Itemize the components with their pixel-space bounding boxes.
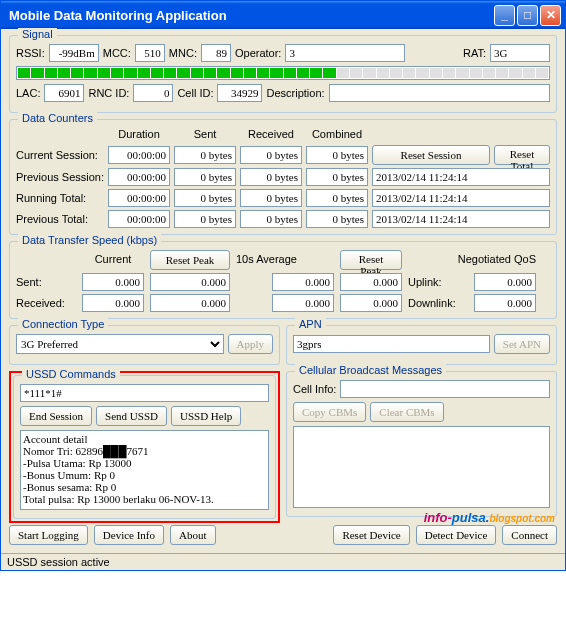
mcc-field[interactable] xyxy=(135,44,165,62)
prev-total-ts xyxy=(372,210,550,228)
signal-group: Signal RSSI: MCC: MNC: Operator: RAT: LA… xyxy=(9,35,557,113)
rat-field[interactable] xyxy=(490,44,550,62)
ussd-result[interactable]: Account detail Nomor Tri: 62896███7671 -… xyxy=(20,430,269,510)
reset-peak-button-1[interactable]: Reset Peak xyxy=(150,250,230,270)
about-button[interactable]: About xyxy=(170,525,216,545)
prev-session-ts xyxy=(372,168,550,186)
ussd-help-button[interactable]: USSD Help xyxy=(171,406,241,426)
cur-sent xyxy=(174,146,236,164)
end-session-button[interactable]: End Session xyxy=(20,406,92,426)
rnc-field[interactable] xyxy=(133,84,173,102)
send-ussd-button[interactable]: Send USSD xyxy=(96,406,167,426)
connect-button[interactable]: Connect xyxy=(502,525,557,545)
description-field[interactable] xyxy=(329,84,550,102)
cur-recv xyxy=(240,146,302,164)
connection-type-group: Connection Type 3G Preferred Apply xyxy=(9,325,280,365)
connection-type-select[interactable]: 3G Preferred xyxy=(16,334,224,354)
operator-field[interactable] xyxy=(285,44,405,62)
apn-field[interactable] xyxy=(293,335,490,353)
signal-strength-bar xyxy=(16,66,550,80)
reset-peak-button-2[interactable]: Reset Peak xyxy=(340,250,402,270)
start-logging-button[interactable]: Start Logging xyxy=(9,525,88,545)
copy-cbms-button[interactable]: Copy CBMs xyxy=(293,402,366,422)
cur-comb xyxy=(306,146,368,164)
statusbar: USSD session active xyxy=(1,553,565,570)
close-button[interactable]: ✕ xyxy=(540,5,561,26)
set-apn-button[interactable]: Set APN xyxy=(494,334,550,354)
minimize-button[interactable]: _ xyxy=(494,5,515,26)
ussd-input[interactable] xyxy=(20,384,269,402)
mnc-field[interactable] xyxy=(201,44,231,62)
uplink-field xyxy=(474,273,536,291)
titlebar: Mobile Data Monitoring Application _ □ ✕ xyxy=(1,1,565,29)
lac-field[interactable] xyxy=(44,84,84,102)
rssi-field[interactable] xyxy=(49,44,99,62)
running-ts xyxy=(372,189,550,207)
apn-group: APN Set APN xyxy=(286,325,557,365)
apply-button[interactable]: Apply xyxy=(228,334,274,354)
window-title: Mobile Data Monitoring Application xyxy=(5,8,494,23)
cur-dur xyxy=(108,146,170,164)
cellinfo-field[interactable] xyxy=(340,380,550,398)
downlink-field xyxy=(474,294,536,312)
detect-device-button[interactable]: Detect Device xyxy=(416,525,497,545)
cbm-group: Cellular Broadcast Messages Cell Info: C… xyxy=(286,371,557,517)
counters-group: Data Counters Duration Sent Received Com… xyxy=(9,119,557,235)
watermark: info-pulsa.blogspot.com xyxy=(424,510,555,525)
reset-device-button[interactable]: Reset Device xyxy=(333,525,409,545)
maximize-button[interactable]: □ xyxy=(517,5,538,26)
cellid-field[interactable] xyxy=(217,84,262,102)
clear-cbms-button[interactable]: Clear CBMs xyxy=(370,402,443,422)
cbm-textarea[interactable] xyxy=(293,426,550,508)
reset-total-button[interactable]: Reset Total xyxy=(494,145,550,165)
reset-session-button[interactable]: Reset Session xyxy=(372,145,490,165)
speed-group: Data Transfer Speed (kbps) Current Reset… xyxy=(9,241,557,319)
device-info-button[interactable]: Device Info xyxy=(94,525,164,545)
ussd-group: USSD Commands End Session Send USSD USSD… xyxy=(13,375,276,519)
